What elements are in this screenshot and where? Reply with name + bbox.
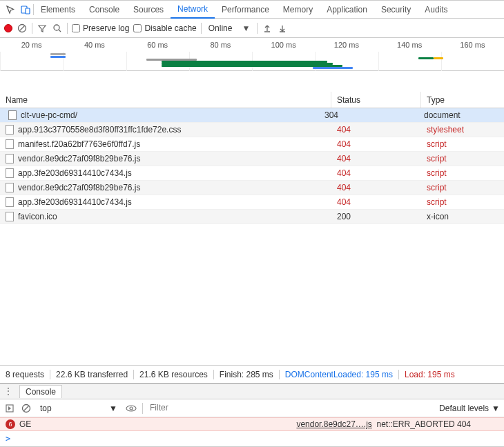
- table-row[interactable]: manifest.f20a62bf7763e6f0ffd7.js404scrip…: [0, 137, 504, 152]
- throttling-select[interactable]: Online ▼: [206, 23, 253, 33]
- file-icon: [6, 168, 14, 178]
- devtools-tab-bar: ElementsConsoleSourcesNetworkPerformance…: [0, 1, 504, 19]
- request-type: script: [421, 197, 504, 207]
- timeline-tick: 80 ms: [189, 38, 252, 52]
- table-row[interactable]: app.913c3770558e8d3f80ff31ffc1fde72e.css…: [0, 123, 504, 137]
- svg-line-3: [20, 26, 25, 30]
- request-name: vendor.8e9dc27af09f8b29be76.js: [18, 154, 141, 163]
- error-count-badge: 6: [6, 419, 15, 429]
- table-row[interactable]: app.3fe203d69314410c7434.js404script: [0, 166, 504, 181]
- disable-cache-checkbox[interactable]: Disable cache: [133, 23, 196, 33]
- chevron-down-icon: ▼: [492, 404, 500, 413]
- live-expression-icon[interactable]: [126, 403, 137, 414]
- svg-line-8: [24, 406, 29, 410]
- request-status: 404: [331, 197, 421, 207]
- file-icon: [6, 125, 14, 135]
- timeline-tick: 100 ms: [252, 38, 315, 52]
- request-type: x-icon: [421, 212, 504, 221]
- file-icon: [6, 183, 14, 192]
- request-name: app.913c3770558e8d3f80ff31ffc1fde72e.css: [18, 125, 181, 135]
- timeline-tick: 40 ms: [63, 38, 126, 52]
- drawer-tab-bar: ⋮ Console: [0, 383, 504, 399]
- request-status: 404: [331, 183, 421, 192]
- network-toolbar: Preserve log Disable cache Online ▼: [0, 19, 504, 38]
- request-type: document: [418, 110, 501, 120]
- tab-console[interactable]: Console: [82, 1, 126, 19]
- console-filter-input[interactable]: [148, 401, 434, 415]
- network-request-list: clt-vue-pc-cmd/304documentapp.913c377055…: [0, 108, 504, 365]
- console-execute-icon[interactable]: [4, 403, 15, 414]
- tab-sources[interactable]: Sources: [126, 1, 171, 19]
- table-row[interactable]: clt-vue-pc-cmd/304document: [0, 108, 504, 123]
- console-clear-icon[interactable]: [21, 403, 32, 414]
- table-row[interactable]: vendor.8e9dc27af09f8b29be76.js404script: [0, 152, 504, 166]
- download-har-icon[interactable]: [277, 23, 288, 34]
- column-status[interactable]: Status: [331, 92, 421, 108]
- tab-application[interactable]: Application: [320, 1, 374, 19]
- upload-har-icon[interactable]: [262, 23, 273, 34]
- preserve-log-checkbox[interactable]: Preserve log: [72, 23, 129, 33]
- request-status: 200: [331, 212, 421, 221]
- summary-transferred: 22.6 KB transferred: [56, 370, 128, 379]
- tab-performance[interactable]: Performance: [215, 1, 276, 19]
- file-icon: [6, 139, 14, 149]
- column-name[interactable]: Name: [0, 92, 331, 108]
- request-status: 404: [331, 125, 421, 135]
- drawer-menu-icon[interactable]: ⋮: [3, 386, 14, 397]
- table-row[interactable]: vendor.8e9dc27af09f8b29be76.js404script: [0, 181, 504, 195]
- timeline-tick: 160 ms: [441, 38, 504, 52]
- chevron-down-icon: ▼: [242, 23, 250, 33]
- separator: [257, 23, 258, 34]
- tab-security[interactable]: Security: [374, 1, 418, 19]
- summary-requests: 8 requests: [6, 370, 44, 379]
- timeline-tick: 140 ms: [378, 38, 441, 52]
- request-name: manifest.f20a62bf7763e6f0ffd7.js: [18, 139, 140, 149]
- timeline-tick: 120 ms: [315, 38, 378, 52]
- request-status: 404: [331, 154, 421, 163]
- console-context-select[interactable]: top ▼: [37, 402, 120, 415]
- chevron-down-icon: ▼: [109, 404, 117, 413]
- table-row[interactable]: app.3fe203d69314410c7434.js404script: [0, 195, 504, 210]
- svg-point-9: [126, 406, 136, 411]
- filter-icon[interactable]: [37, 23, 48, 34]
- summary-load: Load: 195 ms: [405, 370, 455, 379]
- console-toolbar: top ▼ Default levels ▼: [0, 399, 504, 417]
- console-levels-label: Default levels: [439, 404, 489, 413]
- tab-audits[interactable]: Audits: [418, 1, 454, 19]
- disable-cache-label: Disable cache: [144, 23, 196, 33]
- timeline-tick: 60 ms: [126, 38, 189, 52]
- separator: [142, 403, 143, 414]
- request-name: vendor.8e9dc27af09f8b29be76.js: [18, 183, 141, 192]
- console-context-value: top: [40, 404, 52, 413]
- separator: [201, 23, 202, 34]
- folder-icon: [8, 110, 17, 120]
- request-name: app.3fe203d69314410c7434.js: [18, 197, 132, 207]
- column-type[interactable]: Type: [421, 92, 504, 108]
- inspect-icon[interactable]: [3, 5, 18, 14]
- request-status: 404: [331, 139, 421, 149]
- console-levels-select[interactable]: Default levels ▼: [439, 404, 500, 413]
- console-error-method: GE: [19, 419, 31, 429]
- svg-rect-1: [26, 8, 30, 14]
- device-toggle-icon[interactable]: [18, 5, 33, 14]
- tab-elements[interactable]: Elements: [34, 1, 82, 19]
- separator: [67, 23, 68, 34]
- console-error-line[interactable]: 6 GE vendor.8e9dc27….js net::ERR_ABORTED…: [0, 417, 504, 431]
- file-icon: [6, 197, 14, 207]
- console-error-source[interactable]: vendor.8e9dc27….js: [296, 419, 371, 429]
- clear-icon[interactable]: [17, 23, 28, 34]
- svg-point-4: [54, 25, 59, 30]
- tab-network[interactable]: Network: [171, 1, 215, 19]
- console-prompt[interactable]: >: [0, 431, 504, 446]
- record-button[interactable]: [4, 24, 12, 32]
- tab-memory[interactable]: Memory: [276, 1, 320, 19]
- request-name: favicon.ico: [18, 212, 57, 221]
- timeline-overview[interactable]: 20 ms40 ms60 ms80 ms100 ms120 ms140 ms16…: [0, 38, 504, 71]
- drawer-tab-console[interactable]: Console: [19, 385, 62, 398]
- request-type: script: [421, 168, 504, 178]
- throttling-value: Online: [209, 23, 233, 33]
- network-table-header: Name Status Type: [0, 92, 504, 108]
- summary-resources: 21.6 KB resources: [139, 370, 208, 379]
- table-row[interactable]: favicon.ico200x-icon: [0, 210, 504, 224]
- search-icon[interactable]: [52, 23, 63, 34]
